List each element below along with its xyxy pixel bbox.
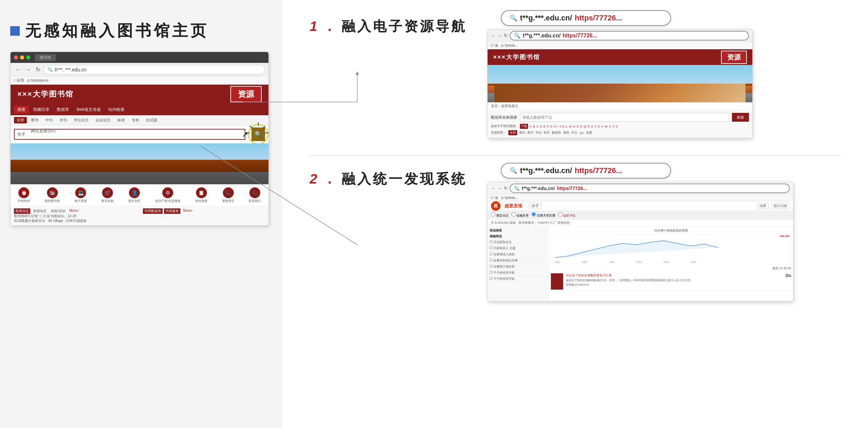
s1-forward-btn[interactable]: → (497, 33, 502, 38)
s2-result-btn[interactable]: 结果 (757, 203, 769, 209)
s1-alpha-k[interactable]: K (562, 125, 564, 128)
bookmark-bytedance[interactable]: ◎ bytedance (27, 78, 49, 83)
s1-alpha-n[interactable]: N (573, 125, 575, 128)
s1-alpha-x[interactable]: X (609, 125, 611, 128)
s1-alpha-y[interactable]: Y (612, 125, 614, 128)
s1-alpha-i[interactable]: I (557, 125, 558, 128)
s2-filter-6[interactable]: 千千的经济手机 (490, 270, 546, 276)
back-button[interactable]: ← (14, 66, 22, 73)
s2-forward-btn[interactable]: → (497, 186, 502, 191)
s1-alpha-s[interactable]: S (591, 125, 593, 128)
reload-button[interactable]: ↻ (34, 66, 42, 73)
resource-button[interactable]: 资源 (230, 86, 262, 102)
tab-cj[interactable]: 中刊 (43, 117, 55, 123)
s1-alpha-t[interactable]: T (594, 125, 596, 128)
s1-type-thesis[interactable]: 学位 (536, 131, 542, 135)
s2-filter-fulltext[interactable]: 限定全文 (491, 212, 509, 218)
icon-my-library[interactable]: 📚 我的图书馆 (45, 187, 60, 203)
s1-alpha-a[interactable]: A (529, 125, 531, 128)
news-tab-news[interactable]: 新闻动态 (14, 208, 30, 214)
nav-ilis[interactable]: Beili值文传递 (73, 106, 104, 114)
tab-patent[interactable]: 专利 (129, 117, 142, 123)
icon-open-time[interactable]: ⏰ 开馆时间 (18, 187, 30, 203)
s2-filter-local[interactable]: 仅限天军区费 (531, 212, 555, 218)
s2-filter-chaoxing[interactable]: 超星书包 (558, 212, 576, 218)
tab-all[interactable]: 全部 (14, 117, 27, 123)
icon-e-resources[interactable]: 💻 电子资源 (75, 187, 87, 203)
s1-type-journal[interactable]: 期刊 (519, 131, 525, 135)
s1-type-all[interactable]: 全部 (508, 130, 517, 135)
bookmark-apps[interactable]: □ 应用 (13, 78, 24, 83)
icon-new-student[interactable]: 👤 新生专栏 (128, 187, 141, 203)
address-bar[interactable]: 🔍 li***. ***.edu.cn (44, 65, 265, 74)
nav-site-search[interactable]: 站内检索 (105, 106, 128, 114)
tab-exam[interactable]: 自试题 (143, 117, 160, 123)
s1-alpha-j[interactable]: J (560, 125, 561, 128)
s2-filter-4[interactable]: 全量性的地位结果 (490, 258, 546, 264)
nav-search[interactable]: 搜索 (14, 106, 29, 114)
s1-alpha-r[interactable]: R (587, 125, 590, 128)
s1-alpha-v[interactable]: V (601, 125, 603, 128)
s2-filter-1[interactable]: 无法获取全文 (490, 239, 546, 245)
s1-type-more[interactable]: 加盟 (586, 131, 592, 135)
s1-type-newspaper[interactable]: 报纸 (563, 131, 569, 135)
s1-alpha-h[interactable]: H (554, 125, 556, 128)
s2-filter-shared[interactable]: 金融共享 (511, 212, 529, 218)
tab-conference[interactable]: 会议论文 (93, 117, 113, 123)
s2-address-bar[interactable]: 🔍 t**g.***.edu.cn/ https/77726... (510, 184, 790, 193)
nav-database[interactable]: 数据库 (53, 106, 72, 114)
s1-resource-btn[interactable]: 资源 (721, 51, 747, 64)
nav-catalog[interactable]: 馆藏目录 (30, 106, 53, 114)
s2-search-term[interactable]: 分子 (529, 203, 541, 209)
service-tab-db[interactable]: 书用数据库 (143, 208, 163, 214)
search-submit-btn[interactable]: 🔍 (251, 127, 265, 141)
s2-filter-7[interactable]: 千千的经济手机 (490, 276, 546, 282)
s2-filter-3[interactable]: 全要领深入来的 (490, 252, 546, 258)
s2-analysis-btn[interactable]: 统计分析 (771, 203, 790, 209)
s1-alpha-u[interactable]: U (597, 125, 600, 128)
s1-alpha-e[interactable]: E (543, 125, 545, 128)
s1-back-btn[interactable]: ← (491, 33, 495, 38)
s1-alpha-c[interactable]: C (536, 125, 539, 128)
s1-alpha-q[interactable]: Q (584, 125, 586, 128)
s2-filter-5[interactable]: 全量统计地分析 (490, 264, 546, 270)
news-tab-lecture[interactable]: 讲座/活动 (49, 208, 67, 214)
service-tab-svc[interactable]: 书用服务 (164, 208, 180, 214)
s1-type-qa[interactable]: QA (579, 131, 584, 135)
s1-alpha-f[interactable]: F (547, 125, 549, 128)
s1-address-bar[interactable]: 🔍 t**g.***.edu.cn/ https/77726... (510, 31, 749, 40)
s1-type-book[interactable]: 图书 (527, 131, 534, 135)
icon-retrieve[interactable]: 📞 查收查引 (222, 187, 234, 203)
s1-alpha-d[interactable]: D (540, 125, 542, 128)
s1-search-btn[interactable]: 搜索 (732, 113, 749, 122)
s1-alpha-active[interactable]: 下载 (520, 124, 528, 129)
s1-type-software[interactable]: 软件 (544, 131, 550, 135)
tab-foreign[interactable]: 外刊 (57, 117, 70, 123)
tab-standard[interactable]: 标准 (115, 117, 128, 123)
s1-type-foreign[interactable]: 外文 (571, 131, 577, 135)
news-tab-more[interactable]: More+ (68, 208, 81, 214)
s1-alpha-p[interactable]: P (580, 125, 582, 128)
s2-filter-2[interactable]: 只获取其人 主题 (490, 245, 546, 252)
icon-book-purchase[interactable]: 🛒 图书采购 (101, 187, 114, 203)
s1-reload-btn[interactable]: ↻ (504, 33, 508, 38)
s1-alpha-z[interactable]: Z (616, 125, 618, 128)
service-tab-more[interactable]: More+ (182, 208, 194, 214)
s2-bookmark-2[interactable]: ◎ byteda... (501, 196, 518, 200)
icon-contact[interactable]: 📞 联系我们 (249, 187, 261, 203)
s1-alpha-m[interactable]: M (569, 125, 572, 128)
s2-back-btn[interactable]: ← (491, 186, 495, 191)
s1-bookmark-2[interactable]: ◎ byteda... (501, 44, 518, 47)
s2-result-title[interactable]: 论社自了你的未来数的普生力计算 (566, 273, 783, 278)
s1-search-input-wrap[interactable] (520, 113, 729, 122)
s1-type-db[interactable]: 数据库 (552, 131, 561, 135)
tab-thesis[interactable]: 学位论文 (71, 117, 92, 123)
s2-bookmark-1[interactable]: ◎ 迪 (490, 195, 498, 200)
forward-button[interactable]: → (24, 66, 32, 73)
icon-ip-services[interactable]: ⚙ 知识产权/信息服务 (155, 187, 181, 203)
s1-alpha-l[interactable]: L (566, 125, 568, 128)
s1-search-input[interactable] (522, 115, 727, 119)
icon-sci-check[interactable]: 📋 科技查新 (195, 187, 208, 203)
s1-alpha-b[interactable]: B (533, 125, 535, 128)
s1-bookmark-1[interactable]: ◎ 迪 (490, 43, 498, 48)
